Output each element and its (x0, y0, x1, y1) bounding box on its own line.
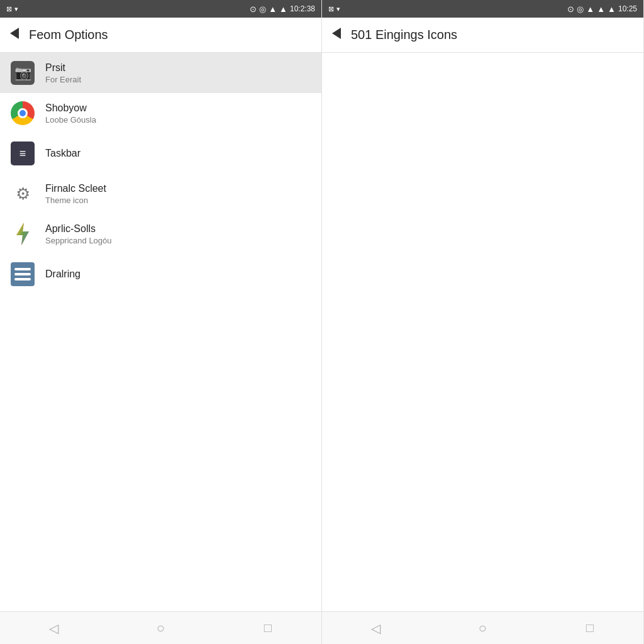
list-item-subtitle: Theme icon (45, 196, 106, 205)
right-app-icon: ⊠ (328, 5, 334, 13)
list-item-text: Shobyow Loobe Góusla (45, 103, 96, 125)
svg-marker-1 (16, 223, 29, 245)
left-back-nav-icon: ◁ (49, 621, 58, 636)
lightning-icon (10, 221, 35, 247)
right-circle-icon: ◎ (577, 4, 584, 14)
right-signal-icon: ▲ (597, 4, 605, 14)
list-item[interactable]: Dralring (0, 254, 321, 294)
right-signal-icon2: ▲ (608, 4, 616, 14)
chrome-icon (10, 101, 35, 126)
list-item-text: Prsit For Eerait (45, 62, 81, 84)
left-bottom-nav: ◁ ○ □ (0, 611, 321, 644)
list-item-title: Taskbar (45, 148, 80, 159)
left-circle-icon: ◎ (259, 4, 266, 14)
left-dropdown-icon: ▾ (14, 5, 18, 13)
right-status-bar-right: ⊙ ◎ ▲ ▲ ▲ 10:25 (567, 4, 637, 14)
list-item-text: Aprlic-Solls Seppricand Logóu (45, 223, 112, 245)
list-item-subtitle: For Eerait (45, 75, 81, 84)
left-app-icon: ⊠ (6, 5, 12, 13)
left-back-button[interactable] (10, 28, 19, 42)
gear-icon: ⚙ (10, 181, 35, 206)
right-back-nav-button[interactable]: ◁ (364, 617, 387, 640)
left-status-bar: ⊠ ▾ ⊙ ◎ ▲ ▲ 10:2:38 (0, 0, 321, 18)
right-panel: ⊠ ▾ ⊙ ◎ ▲ ▲ ▲ 10:25 501 Eingings Icons ◁… (322, 0, 644, 644)
left-toolbar-title: Feom Options (29, 28, 108, 42)
drawer-icon (10, 262, 35, 287)
taskbar-icon: ≡ (10, 141, 35, 166)
left-target-icon: ⊙ (250, 4, 257, 14)
list-item-title: Prsit (45, 62, 81, 74)
list-item-title: Shobyow (45, 103, 96, 114)
list-item-title: Aprlic-Solls (45, 223, 112, 235)
right-wifi-icon: ▲ (586, 4, 594, 14)
right-dropdown-icon: ▾ (336, 5, 340, 13)
right-recent-nav-icon: □ (586, 621, 594, 635)
list-item-title: Dralring (45, 269, 80, 280)
right-time: 10:25 (618, 4, 637, 13)
right-toolbar: 501 Eingings Icons (322, 18, 643, 53)
list-item-subtitle: Seppricand Logóu (45, 236, 112, 245)
left-status-bar-left: ⊠ ▾ (6, 5, 18, 13)
left-home-nav-button[interactable]: ○ (149, 617, 172, 640)
camera-icon (10, 60, 35, 86)
left-toolbar: Feom Options (0, 18, 321, 53)
left-signal-icon: ▲ (279, 4, 287, 14)
left-recent-nav-icon: □ (264, 621, 272, 635)
right-home-nav-button[interactable]: ○ (471, 617, 494, 640)
list-item[interactable]: ≡ Taskbar (0, 133, 321, 174)
left-time: 10:2:38 (290, 4, 315, 13)
right-bottom-nav: ◁ ○ □ (322, 611, 643, 644)
list-item-title: Firnalc Scleet (45, 183, 106, 194)
right-back-button[interactable] (332, 28, 341, 42)
left-wifi-icon: ▲ (269, 4, 277, 14)
left-home-nav-icon: ○ (157, 620, 165, 636)
right-recent-nav-button[interactable]: □ (579, 617, 601, 640)
right-status-bar-left: ⊠ ▾ (328, 5, 340, 13)
list-item[interactable]: Shobyow Loobe Góusla (0, 93, 321, 133)
right-home-nav-icon: ○ (479, 620, 487, 636)
list-item[interactable]: Prsit For Eerait (0, 53, 321, 93)
left-recent-nav-button[interactable]: □ (257, 617, 279, 640)
list-item-text: Firnalc Scleet Theme icon (45, 183, 106, 205)
left-back-nav-button[interactable]: ◁ (42, 617, 65, 640)
left-status-bar-right: ⊙ ◎ ▲ ▲ 10:2:38 (250, 4, 315, 14)
right-back-nav-icon: ◁ (371, 621, 380, 636)
right-target-icon: ⊙ (567, 4, 574, 14)
left-panel: ⊠ ▾ ⊙ ◎ ▲ ▲ 10:2:38 Feom Options Prsit F… (0, 0, 322, 644)
right-content-area (322, 53, 643, 611)
list-item-text: Dralring (45, 269, 80, 280)
left-list: Prsit For Eerait Shobyow Loobe Góusla ≡ … (0, 53, 321, 611)
right-toolbar-title: 501 Eingings Icons (351, 28, 457, 42)
list-item-subtitle: Loobe Góusla (45, 115, 96, 125)
list-item-text: Taskbar (45, 148, 80, 159)
right-status-bar: ⊠ ▾ ⊙ ◎ ▲ ▲ ▲ 10:25 (322, 0, 643, 18)
list-item[interactable]: ⚙ Firnalc Scleet Theme icon (0, 174, 321, 214)
list-item[interactable]: Aprlic-Solls Seppricand Logóu (0, 214, 321, 254)
